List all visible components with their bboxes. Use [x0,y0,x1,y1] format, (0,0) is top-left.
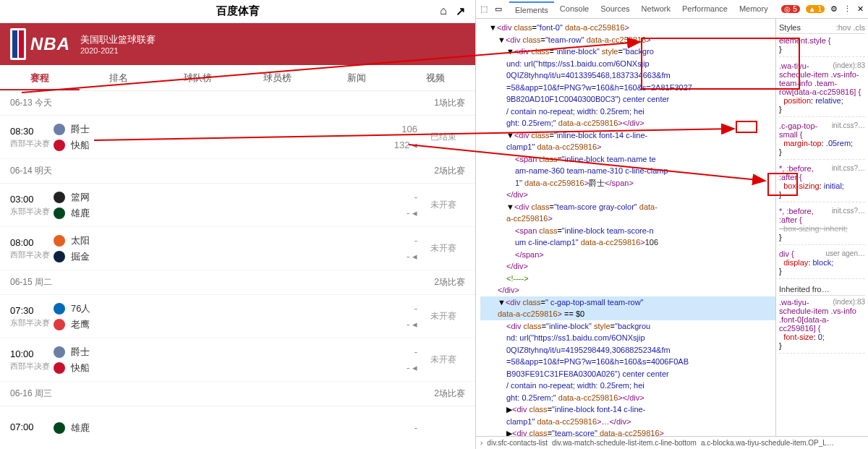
tab-2[interactable]: 球队榜 [158,65,238,90]
dom-line[interactable]: </span> [480,249,775,261]
match-row[interactable]: 08:00西部半决赛太阳掘金-- ◂未开赛 [0,227,475,270]
dom-line[interactable]: <!----> [480,273,775,285]
team-logo-icon [54,140,65,151]
team-name: 雄鹿 [71,422,90,435]
breadcrumb-item[interactable]: div.sfc-contacts-list [487,439,548,447]
tab-3[interactable]: 球员榜 [238,65,318,90]
team-logo-icon [54,346,65,358]
home-icon[interactable]: ⌂ [440,4,447,18]
dom-line[interactable]: ▼<div class="team-score gray-color" data… [480,201,775,213]
dom-line[interactable]: clamp1" data-a-cc259816>…</div> [480,416,775,428]
team-logo-icon [54,192,65,203]
team-logo-icon [54,235,65,247]
style-rule[interactable]: (index):83.wa-tiyu-schedule-item .vs-inf… [779,298,865,354]
dom-line[interactable]: ▼<div class="inline-block font-14 c-line… [480,129,775,142]
breadcrumb-caret[interactable]: › [480,439,482,447]
dom-line[interactable]: <div class="inline-block" style="backgro… [480,320,775,333]
dom-line[interactable]: 0QIZ8tyhnq/it/u=4013395468,1837334663&fm [480,69,775,82]
dom-line[interactable]: ▶<div class="team-score" data-a-cc259816… [480,427,775,436]
devtools-tab-elements[interactable]: Elements [509,1,554,17]
dom-line[interactable]: / contain no-repeat; width: 0.25rem; hei [480,106,775,118]
devtools-tab-network[interactable]: Network [636,1,676,17]
dom-line[interactable]: =58&app=10&f=PNG?w=160&h=160&s=2A81F3027 [480,82,775,94]
style-rule[interactable]: init.css?…*, :before, :after { box-sizin… [779,164,865,202]
team-score: - ◂ [378,360,417,376]
dom-line[interactable]: ▶<div class="inline-block font-14 c-line… [480,403,775,416]
match-status: 未开赛 [422,310,465,322]
styles-panel[interactable]: Styles:hov .clselement.style {}(index):8… [775,19,868,436]
team-logo-icon [54,422,65,434]
share-icon[interactable]: ↗ [456,4,465,18]
date-row: 06-15 周二2场比赛 [0,270,475,295]
device-icon[interactable]: ▭ [495,4,502,14]
settings-icon[interactable]: ⚙ [830,4,838,14]
devtools-tab-sources[interactable]: Sources [595,1,635,17]
dom-line[interactable]: am-name-360 team-name-310 c-line-clamp [480,165,775,177]
match-stage: 西部半决赛 [10,138,54,149]
dom-line[interactable]: ▼<div class="font-0" data-a-cc259816> [480,22,775,34]
dom-line[interactable]: B903FE91C31FE8A0300A026") center center [480,368,775,380]
dom-line[interactable]: 9B820AD10F1C0040300B0C3") center center [480,93,775,106]
dom-breadcrumb[interactable]: ›div.sfc-contacts-listdiv.wa-match-sched… [476,436,868,449]
dom-line[interactable]: und: url("https://ss1.baidu.com/6ONXsjip [480,58,775,70]
dom-line[interactable]: clamp1" data-a-cc259816> [480,141,775,153]
dom-line[interactable]: ▼<div class=" c-gap-top-small team-row" [480,296,775,309]
team-score: - [378,189,417,205]
dom-line[interactable]: nd: url("https://ss1.baidu.com/6ONXsjip [480,332,775,344]
tab-4[interactable]: 新闻 [317,65,396,90]
style-rule[interactable]: user agen…div { display: block;} [779,249,865,279]
more-icon[interactable]: ⋮ [843,4,851,14]
svg-rect-2 [19,30,24,58]
team-logo-icon [54,303,65,315]
dom-line[interactable]: 1" data-a-cc259816>爵士</span> [480,177,775,189]
team-score: 106 [378,121,417,137]
tab-0[interactable]: 赛程 [0,65,80,90]
dom-line[interactable]: </div> [480,260,775,273]
close-icon[interactable]: ✕ [857,4,864,14]
svg-rect-1 [12,30,17,58]
dom-line[interactable]: data-a-cc259816> == $0 [480,308,775,320]
devtools-tab-console[interactable]: Console [554,1,595,17]
dom-line[interactable]: <span class="inline-block team-score-n [480,225,775,237]
team-row: 快船 [54,137,378,153]
dom-line[interactable]: </div> [480,189,775,201]
match-status: 未开赛 [422,199,465,211]
error-badge[interactable]: ◎ 5 [781,5,799,13]
dom-line[interactable]: <span class="inline-block team-name te [480,153,775,166]
inspect-icon[interactable]: ⬚ [480,4,488,14]
dom-line[interactable]: ▼<div class="team-row" data-a-cc259816> [480,34,775,46]
style-rule[interactable]: (index):83.wa-tiyu-schedule-item .vs-inf… [779,61,865,117]
devtools-tab-memory[interactable]: Memory [733,1,774,17]
breadcrumb-item[interactable]: div.wa-match-schedule-list-item.c-line-b… [552,439,697,447]
dom-line[interactable]: / contain no-repeat; width: 0.25rem; hei [480,380,775,392]
match-row[interactable]: 07:00雄鹿- [0,406,475,449]
dom-line[interactable]: </div> [480,284,775,296]
match-row[interactable]: 10:00西部半决赛爵士快船-- ◂未开赛 [0,338,475,382]
dom-line[interactable]: ▼<div class="inline-block" style="backgr… [480,46,775,58]
devtools-toolbar: ⬚ ▭ ElementsConsoleSourcesNetworkPerform… [476,0,868,19]
team-score: - [378,420,417,436]
breadcrumb-item[interactable]: a.c-blocka.wa-tiyu-schedule-item.OP_L… [701,439,834,447]
dom-line[interactable]: um c-line-clamp1" data-a-cc259816>106 [480,236,775,249]
style-rule[interactable]: init.css?…*, :before, :after { box-sizin… [779,207,865,245]
style-rule[interactable]: element.style {} [779,36,865,57]
schedule-list[interactable]: 06-13 今天1场比赛08:30西部半决赛爵士快船106132 ◂已结束06-… [0,91,475,449]
dom-tree[interactable]: ▼<div class="font-0" data-a-cc259816>▼<d… [476,19,775,436]
match-row[interactable]: 07:30东部半决赛76人老鹰-- ◂未开赛 [0,295,475,338]
team-logo-icon [54,251,65,262]
dom-line[interactable]: a-cc259816> [480,213,775,225]
match-row[interactable]: 03:00东部半决赛篮网雄鹿-- ◂未开赛 [0,184,475,227]
dom-line[interactable]: =58&app=10&f=PNG?w=160&h=160&s=4006F0AB [480,356,775,368]
app-title: 百度体育 [216,4,260,18]
warning-badge[interactable]: ▲ 1 [806,5,825,13]
style-rule[interactable]: init.css?….c-gap-top-small { margin-top:… [779,121,865,160]
dom-line[interactable]: 0QIZ8tyhnq/it/u=4195298449,3068825234&fm [480,344,775,356]
match-stage: 东部半决赛 [10,206,54,217]
devtools-tab-performance[interactable]: Performance [676,1,733,17]
match-row[interactable]: 08:30西部半决赛爵士快船106132 ◂已结束 [0,116,475,159]
dom-line[interactable]: ght: 0.25rem;" data-a-cc259816></div> [480,392,775,404]
tab-5[interactable]: 视频 [396,65,476,90]
dom-line[interactable]: ght: 0.25rem;" data-a-cc259816></div> [480,117,775,129]
team-logo-icon [54,124,65,135]
tab-1[interactable]: 排名 [80,65,159,90]
